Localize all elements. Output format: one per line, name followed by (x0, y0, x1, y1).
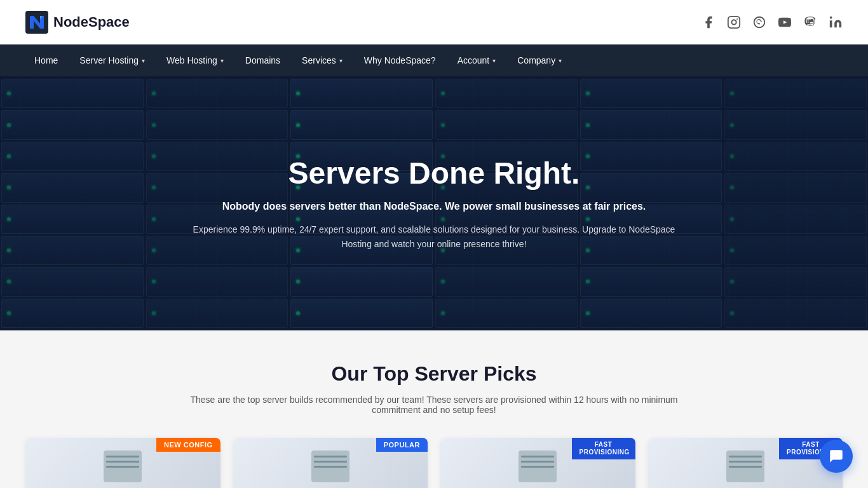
mastodon-icon[interactable] (803, 15, 817, 29)
nav-item-account[interactable]: Account ▾ (449, 44, 505, 76)
live-chat-button[interactable] (820, 440, 853, 473)
logo-text: NodeSpace (53, 14, 130, 30)
server-cards-grid: NEW CONFIG Intel Xeon 2xE5-2640v4 POPULA… (25, 438, 843, 488)
picks-description: These are the top server builds recommen… (180, 395, 688, 415)
svg-point-4 (830, 16, 832, 18)
youtube-icon[interactable] (778, 15, 792, 29)
hero-section: Servers Done Right. Nobody does servers … (0, 76, 868, 330)
nav-item-why-nodespace[interactable]: Why NodeSpace? (355, 44, 445, 76)
linkedin-icon[interactable] (829, 15, 843, 29)
hero-subtitle: Nobody does servers better than NodeSpac… (193, 201, 675, 212)
facebook-icon[interactable] (702, 15, 715, 29)
nav-item-company[interactable]: Company ▾ (508, 44, 571, 76)
hero-description: Experience 99.9% uptime, 24/7 expert sup… (193, 222, 675, 251)
card-badge-popular: POPULAR (376, 438, 428, 452)
nav-item-server-hosting[interactable]: Server Hosting ▾ (71, 44, 154, 76)
main-nav: Home Server Hosting ▾ Web Hosting ▾ Doma… (0, 44, 868, 76)
nav-item-domains[interactable]: Domains (236, 44, 289, 76)
social-icons-group (702, 15, 843, 29)
server-card-4[interactable]: FAST PROVISIONING Intel Xeon 2xE5-2630v2 (648, 438, 843, 488)
nav-item-web-hosting[interactable]: Web Hosting ▾ (158, 44, 233, 76)
chevron-down-icon: ▾ (492, 57, 496, 64)
server-picks-section: Our Top Server Picks These are the top s… (0, 330, 868, 488)
instagram-icon[interactable] (727, 15, 741, 29)
hero-title: Servers Done Right. (193, 156, 675, 191)
server-card-2[interactable]: POPULAR Intel Xeon 2xE5-2650v2 (233, 438, 428, 488)
chevron-down-icon: ▾ (339, 57, 342, 64)
server-icon-4 (726, 451, 764, 482)
chevron-down-icon: ▾ (559, 57, 562, 64)
nav-item-services[interactable]: Services ▾ (293, 44, 351, 76)
chevron-down-icon: ▾ (142, 57, 145, 64)
server-icon-3 (519, 451, 557, 482)
svg-rect-1 (728, 16, 740, 27)
site-header: NodeSpace (0, 0, 868, 44)
chevron-down-icon: ▾ (220, 57, 224, 64)
server-icon-2 (311, 451, 349, 482)
server-card-1[interactable]: NEW CONFIG Intel Xeon 2xE5-2640v4 (25, 438, 220, 488)
logo[interactable]: NodeSpace (25, 11, 130, 34)
picks-title: Our Top Server Picks (25, 362, 843, 386)
card-badge-new: NEW CONFIG (156, 438, 220, 452)
server-icon-1 (104, 451, 142, 482)
threads-icon[interactable] (752, 15, 766, 29)
hero-content: Servers Done Right. Nobody does servers … (180, 156, 688, 251)
nav-item-home[interactable]: Home (25, 44, 67, 76)
card-badge-fast-1: FAST PROVISIONING (572, 438, 635, 459)
server-card-3[interactable]: FAST PROVISIONING Intel Xeon E5-1650v4 (440, 438, 635, 488)
